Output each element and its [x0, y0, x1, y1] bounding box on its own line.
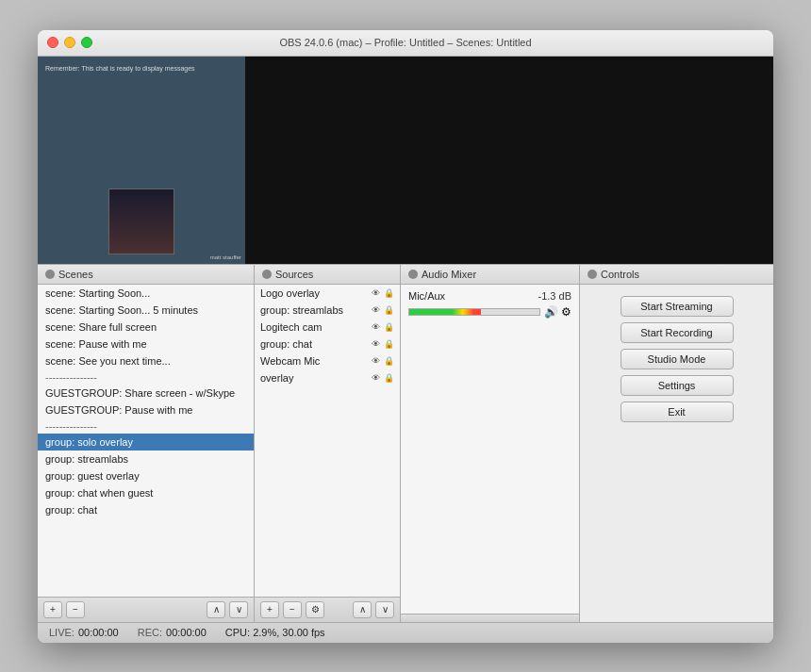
source-item[interactable]: Logo overlay👁🔒	[255, 285, 400, 302]
visibility-icon[interactable]: 👁	[372, 356, 380, 366]
maximize-button[interactable]	[81, 37, 92, 48]
audio-panel: Audio Mixer Mic/Aux -1.3 dB 🔊 ⚙	[401, 265, 580, 622]
source-label: group: streamlabs	[260, 304, 343, 316]
scene-item[interactable]: GUESTGROUP: Share screen - w/Skype	[38, 385, 254, 402]
scenes-add-button[interactable]: +	[43, 601, 62, 618]
audio-speaker-icon[interactable]: 🔊	[544, 305, 558, 319]
scenes-remove-button[interactable]: −	[66, 601, 85, 618]
audio-icon	[408, 270, 418, 279]
audio-content: Mic/Aux -1.3 dB 🔊 ⚙	[401, 285, 579, 614]
lock-icon[interactable]: 🔒	[384, 373, 394, 383]
scenes-down-button[interactable]: ∨	[229, 601, 248, 618]
scene-item[interactable]: group: chat when guest	[38, 484, 254, 501]
scene-item[interactable]: group: guest overlay	[38, 467, 254, 484]
scene-item[interactable]: group: chat	[38, 501, 254, 518]
sources-toolbar: + − ⚙ ∧ ∨	[255, 597, 400, 622]
visibility-icon[interactable]: 👁	[372, 373, 380, 383]
scene-item[interactable]: group: solo overlay	[38, 434, 254, 451]
rec-value: 00:00:00	[166, 627, 207, 638]
controls-header: Controls	[580, 265, 773, 285]
scene-item[interactable]: scene: Share full screen	[38, 319, 254, 336]
exit-button[interactable]: Exit	[621, 402, 734, 422]
webcam-box	[108, 188, 174, 254]
scenes-title: Scenes	[58, 269, 93, 280]
source-icons: 👁🔒	[372, 339, 394, 349]
sources-remove-button[interactable]: −	[283, 601, 302, 618]
logo-overlay: matt stauffer	[210, 254, 241, 260]
sources-down-button[interactable]: ∨	[375, 601, 394, 618]
controls-icon	[588, 270, 597, 279]
sources-up-button[interactable]: ∧	[353, 601, 372, 618]
lock-icon[interactable]: 🔒	[384, 339, 394, 349]
source-icons: 👁🔒	[372, 305, 394, 315]
sources-panel: Sources Logo overlay👁🔒group: streamlabs👁…	[255, 265, 401, 622]
scene-item[interactable]: scene: Starting Soon... 5 minutes	[38, 302, 254, 319]
scene-item[interactable]: scene: Pause with me	[38, 336, 254, 352]
scene-item[interactable]: GUESTGROUP: Pause with me	[38, 402, 254, 418]
live-label: LIVE:	[49, 627, 74, 638]
settings-button[interactable]: Settings	[621, 375, 734, 396]
audio-track: Mic/Aux -1.3 dB 🔊 ⚙	[401, 285, 579, 324]
visibility-icon[interactable]: 👁	[372, 288, 380, 298]
source-icons: 👁🔒	[372, 356, 394, 366]
chat-overlay-text: Remember: This chat is ready to display …	[45, 64, 195, 73]
source-label: Webcam Mic	[260, 355, 320, 367]
lock-icon[interactable]: 🔒	[384, 305, 394, 315]
source-icons: 👁🔒	[372, 373, 394, 383]
controls-title: Controls	[601, 269, 639, 280]
source-item[interactable]: overlay👁🔒	[255, 369, 400, 386]
scene-separator: ---------------	[38, 418, 254, 434]
scenes-icon	[45, 270, 55, 279]
scenes-list[interactable]: scene: Starting Soon...scene: Starting S…	[38, 285, 254, 597]
lock-icon[interactable]: 🔒	[384, 322, 394, 332]
minimize-button[interactable]	[64, 37, 75, 48]
source-item[interactable]: group: chat👁🔒	[255, 336, 400, 352]
studio-mode-button[interactable]: Studio Mode	[621, 349, 734, 369]
preview-left-panel: Remember: This chat is ready to display …	[38, 57, 245, 264]
source-icons: 👁🔒	[372, 322, 394, 332]
audio-track-label: Mic/Aux	[408, 290, 445, 302]
preview-area: Remember: This chat is ready to display …	[38, 57, 773, 264]
app-window: OBS 24.0.6 (mac) – Profile: Untitled – S…	[38, 30, 773, 643]
scene-separator: ---------------	[38, 369, 254, 385]
start-streaming-button[interactable]: Start Streaming	[621, 296, 734, 317]
lock-icon[interactable]: 🔒	[384, 356, 394, 366]
close-button[interactable]	[47, 37, 58, 48]
controls-panel: Controls Start Streaming Start Recording…	[580, 265, 773, 622]
preview-center	[245, 57, 773, 264]
sources-header: Sources	[255, 265, 400, 285]
webcam-person	[109, 189, 174, 254]
scenes-up-button[interactable]: ∧	[207, 601, 225, 618]
sources-list[interactable]: Logo overlay👁🔒group: streamlabs👁🔒Logitec…	[255, 285, 400, 597]
visibility-icon[interactable]: 👁	[372, 305, 380, 315]
scenes-toolbar: + − ∧ ∨	[38, 597, 254, 622]
sources-add-button[interactable]: +	[260, 601, 279, 618]
audio-track-db: -1.3 dB	[538, 290, 571, 302]
source-item[interactable]: Webcam Mic👁🔒	[255, 352, 400, 369]
scenes-panel: Scenes scene: Starting Soon...scene: Sta…	[38, 265, 255, 622]
source-label: overlay	[260, 372, 293, 384]
sources-title: Sources	[275, 269, 313, 280]
sources-settings-button[interactable]: ⚙	[306, 601, 324, 618]
source-label: group: chat	[260, 338, 312, 350]
audio-toolbar	[401, 614, 579, 622]
scene-item[interactable]: scene: Starting Soon...	[38, 285, 254, 302]
audio-header: Audio Mixer	[401, 265, 579, 285]
source-icons: 👁🔒	[372, 288, 394, 298]
audio-settings-icon[interactable]: ⚙	[561, 305, 571, 319]
visibility-icon[interactable]: 👁	[372, 322, 380, 332]
audio-control-icons: 🔊 ⚙	[544, 305, 571, 319]
titlebar: OBS 24.0.6 (mac) – Profile: Untitled – S…	[38, 30, 773, 57]
scene-item[interactable]: group: streamlabs	[38, 451, 254, 467]
source-item[interactable]: group: streamlabs👁🔒	[255, 302, 400, 319]
visibility-icon[interactable]: 👁	[372, 339, 380, 349]
lock-icon[interactable]: 🔒	[384, 288, 394, 298]
start-recording-button[interactable]: Start Recording	[621, 322, 734, 343]
scene-item[interactable]: scene: See you next time...	[38, 352, 254, 369]
live-status: LIVE: 00:00:00	[49, 627, 119, 638]
main-panels: Scenes scene: Starting Soon...scene: Sta…	[38, 264, 773, 622]
source-item[interactable]: Logitech cam👁🔒	[255, 319, 400, 336]
source-label: Logo overlay	[260, 287, 320, 299]
cpu-value: CPU: 2.9%, 30.00 fps	[225, 627, 325, 638]
audio-meter-fill	[409, 309, 481, 315]
